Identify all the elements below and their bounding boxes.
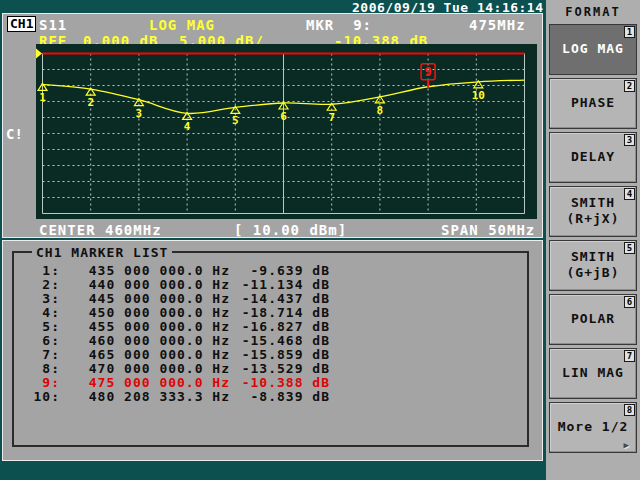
cal-status: C!: [6, 126, 23, 142]
channel-badge: CH1: [7, 16, 36, 32]
active-marker-number: 9: [424, 65, 431, 79]
softkey-number-badge: 7: [624, 350, 635, 362]
trace-marker-number: 4: [184, 120, 191, 133]
marker-row: 10:480 208 333.3 Hz-8.839 dB: [24, 390, 521, 404]
trace-marker-number: 7: [328, 111, 335, 124]
softkey-lin-mag[interactable]: LIN MAG7: [549, 348, 637, 399]
marker-row: 2:440 000 000.0 Hz-11.134 dB: [24, 278, 521, 292]
marker-row: 6:460 000 000.0 Hz-15.468 dB: [24, 334, 521, 348]
marker-list-rows: 1:435 000 000.0 Hz-9.639 dB2:440 000 000…: [24, 264, 521, 404]
marker-row: 7:465 000 000.0 Hz-15.859 dB: [24, 348, 521, 362]
menu-title: FORMAT: [546, 0, 640, 24]
trace-marker-number: 5: [232, 114, 239, 127]
center-freq-label: CENTER 460MHz: [39, 222, 162, 238]
plot-area: 12345678910: [36, 44, 537, 219]
softkey-number-badge: 6: [624, 296, 635, 308]
softkey-label: DELAY: [550, 149, 636, 165]
marker-row: 4:450 000 000.0 Hz-18.714 dB: [24, 306, 521, 320]
softkey-number-badge: 5: [624, 242, 635, 254]
marker-row: 9:475 000 000.0 Hz-10.388 dB: [24, 376, 521, 390]
marker-row: 8:470 000 000.0 Hz-13.529 dB: [24, 362, 521, 376]
softkey-label: More 1/2: [550, 419, 636, 435]
marker-readout-label: MKR 9:: [306, 17, 372, 33]
softkey-number-badge: 3: [624, 134, 635, 146]
measurement-screen: CH1 S11 LOG MAG MKR 9: 475MHz REF 0.000 …: [2, 13, 543, 238]
softkey-label: PHASE: [550, 95, 636, 111]
marker-list-box: CH1 MARKER LIST 1:435 000 000.0 Hz-9.639…: [12, 251, 529, 447]
marker-list-panel: CH1 MARKER LIST 1:435 000 000.0 Hz-9.639…: [2, 240, 543, 461]
softkey-number-badge: 4: [624, 188, 635, 200]
softkey-phase[interactable]: PHASE2: [549, 78, 637, 129]
ref-level-arrow-icon: [36, 49, 42, 59]
softkey-delay[interactable]: DELAY3: [549, 132, 637, 183]
measurement-label: S11: [39, 17, 67, 33]
trace-marker-number: 2: [87, 96, 94, 109]
trace-marker-number: 8: [377, 104, 384, 117]
softkey-label: LOG MAG: [550, 41, 636, 57]
marker-row: 1:435 000 000.0 Hz-9.639 dB: [24, 264, 521, 278]
softkey-number-badge: 8: [624, 404, 635, 416]
marker-list-title: CH1 MARKER LIST: [32, 245, 172, 260]
softkey-number-badge: 2: [624, 80, 635, 92]
softkey-more-1-2[interactable]: More 1/28▶: [549, 402, 637, 453]
softkey-label: POLAR: [550, 311, 636, 327]
marker-row: 3:445 000 000.0 Hz-14.437 dB: [24, 292, 521, 306]
format-label: LOG MAG: [149, 17, 215, 33]
plot-panel: 12345678910: [36, 44, 537, 219]
power-level-label: [ 10.00 dBm]: [234, 222, 347, 238]
trace-marker-number: 1: [39, 91, 46, 104]
softkey-polar[interactable]: POLAR6: [549, 294, 637, 345]
softkey-number-badge: 1: [624, 26, 635, 38]
softkey-label: LIN MAG: [550, 365, 636, 381]
trace-marker-number: 6: [280, 110, 287, 123]
span-label: SPAN 50MHz: [441, 222, 535, 238]
trace-marker-number: 3: [136, 107, 143, 120]
trace-marker-number: 10: [472, 89, 485, 102]
marker-row: 5:455 000 000.0 Hz-16.827 dB: [24, 320, 521, 334]
softkey-log-mag[interactable]: LOG MAG1: [549, 24, 637, 75]
more-arrow-icon: ▶: [624, 440, 629, 450]
softkey-smith-r-jx-[interactable]: SMITH (R+jX)4: [549, 186, 637, 237]
softkey-smith-g-jb-[interactable]: SMITH (G+jB)5: [549, 240, 637, 291]
softkey-menu: FORMAT LOG MAG1PHASE2DELAY3SMITH (R+jX)4…: [546, 0, 640, 480]
marker-readout-freq: 475MHz: [469, 17, 526, 33]
